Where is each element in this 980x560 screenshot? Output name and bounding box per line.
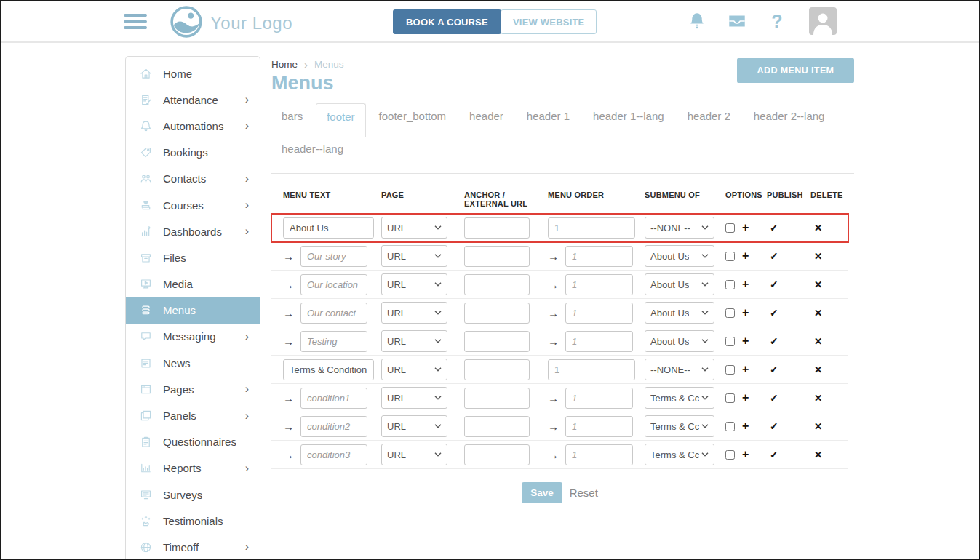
menu-order-input[interactable] bbox=[565, 246, 633, 267]
publish-check-icon[interactable]: ✓ bbox=[767, 222, 778, 233]
anchor-url-input[interactable] bbox=[464, 303, 530, 324]
publish-check-icon[interactable]: ✓ bbox=[767, 449, 778, 460]
anchor-url-input[interactable] bbox=[464, 274, 530, 295]
sidebar-item-news[interactable]: News bbox=[126, 350, 260, 376]
menu-order-input[interactable] bbox=[548, 217, 635, 239]
page-select[interactable]: URL bbox=[381, 444, 447, 465]
delete-x-icon[interactable]: ✕ bbox=[810, 250, 822, 262]
options-checkbox[interactable] bbox=[725, 280, 735, 289]
add-submenu-plus-icon[interactable]: + bbox=[742, 335, 749, 348]
sidebar-item-dashboards[interactable]: Dashboards › bbox=[126, 218, 260, 244]
delete-x-icon[interactable]: ✕ bbox=[810, 279, 822, 290]
publish-check-icon[interactable]: ✓ bbox=[767, 420, 778, 432]
submenu-of-select[interactable]: --NONE-- bbox=[645, 217, 714, 239]
menu-text-input[interactable] bbox=[300, 303, 367, 324]
submenu-of-select[interactable]: About Us bbox=[645, 273, 714, 295]
tab-header[interactable]: header bbox=[459, 103, 514, 129]
menu-order-input[interactable] bbox=[548, 359, 635, 380]
page-select[interactable]: URL bbox=[381, 245, 447, 267]
options-checkbox[interactable] bbox=[725, 223, 735, 233]
sidebar-item-media[interactable]: Media bbox=[126, 271, 260, 297]
sidebar-item-reports[interactable]: Reports › bbox=[126, 455, 260, 481]
anchor-url-input[interactable] bbox=[464, 217, 530, 239]
page-select[interactable]: URL bbox=[381, 387, 447, 409]
user-avatar[interactable] bbox=[797, 1, 848, 41]
delete-x-icon[interactable]: ✕ bbox=[810, 364, 822, 375]
anchor-url-input[interactable] bbox=[464, 444, 530, 465]
publish-check-icon[interactable]: ✓ bbox=[767, 335, 778, 347]
delete-x-icon[interactable]: ✕ bbox=[810, 335, 822, 347]
anchor-url-input[interactable] bbox=[464, 416, 530, 437]
menu-order-input[interactable] bbox=[565, 274, 633, 295]
add-submenu-plus-icon[interactable]: + bbox=[742, 278, 749, 291]
submenu-of-select[interactable]: About Us bbox=[645, 330, 714, 352]
options-checkbox[interactable] bbox=[725, 450, 735, 460]
submenu-of-select[interactable]: Terms & Cc bbox=[645, 444, 714, 465]
sidebar-item-files[interactable]: Files bbox=[126, 244, 260, 271]
hamburger-menu-icon[interactable] bbox=[124, 14, 147, 33]
menu-text-input[interactable] bbox=[300, 388, 367, 409]
options-checkbox[interactable] bbox=[725, 365, 735, 375]
submenu-of-select[interactable]: About Us bbox=[645, 245, 714, 267]
sidebar-item-contacts[interactable]: Contacts › bbox=[126, 166, 260, 192]
menu-text-input[interactable] bbox=[283, 217, 374, 239]
save-button[interactable]: Save bbox=[522, 482, 562, 503]
options-checkbox[interactable] bbox=[725, 337, 735, 346]
menu-order-input[interactable] bbox=[565, 331, 633, 352]
add-submenu-plus-icon[interactable]: + bbox=[742, 391, 749, 404]
book-a-course-button[interactable]: BOOK A COURSE bbox=[393, 9, 501, 34]
inbox-icon[interactable] bbox=[717, 1, 757, 41]
tab-header-1-lang[interactable]: header 1--lang bbox=[583, 103, 674, 129]
add-submenu-plus-icon[interactable]: + bbox=[742, 420, 749, 433]
menu-order-input[interactable] bbox=[565, 444, 633, 465]
delete-x-icon[interactable]: ✕ bbox=[810, 420, 822, 432]
tab-bars[interactable]: bars bbox=[271, 103, 313, 129]
menu-order-input[interactable] bbox=[565, 388, 633, 409]
page-select[interactable]: URL bbox=[381, 359, 447, 380]
options-checkbox[interactable] bbox=[725, 422, 735, 431]
sidebar-item-surveys[interactable]: Surveys bbox=[126, 481, 260, 508]
submenu-of-select[interactable]: Terms & Cc bbox=[645, 387, 714, 409]
sidebar-item-home[interactable]: Home bbox=[126, 60, 260, 87]
sidebar-item-timeoff[interactable]: Timeoff › bbox=[126, 534, 260, 560]
help-icon[interactable]: ? bbox=[757, 1, 797, 41]
page-select[interactable]: URL bbox=[381, 330, 447, 352]
menu-order-input[interactable] bbox=[565, 416, 633, 437]
delete-x-icon[interactable]: ✕ bbox=[810, 392, 822, 404]
delete-x-icon[interactable]: ✕ bbox=[810, 449, 822, 460]
sidebar-item-courses[interactable]: Courses › bbox=[126, 192, 260, 218]
delete-x-icon[interactable]: ✕ bbox=[810, 307, 822, 319]
anchor-url-input[interactable] bbox=[464, 246, 530, 267]
publish-check-icon[interactable]: ✓ bbox=[767, 364, 778, 375]
menu-text-input[interactable] bbox=[283, 359, 374, 380]
add-submenu-plus-icon[interactable]: + bbox=[742, 363, 749, 376]
notifications-bell-icon[interactable] bbox=[677, 1, 717, 41]
add-submenu-plus-icon[interactable]: + bbox=[742, 249, 749, 263]
options-checkbox[interactable] bbox=[725, 308, 735, 318]
add-submenu-plus-icon[interactable]: + bbox=[742, 306, 749, 319]
sidebar-item-pages[interactable]: Pages › bbox=[126, 376, 260, 402]
page-select[interactable]: URL bbox=[381, 415, 447, 437]
publish-check-icon[interactable]: ✓ bbox=[767, 307, 778, 319]
tab-header-lang[interactable]: header--lang bbox=[271, 136, 354, 161]
add-submenu-plus-icon[interactable]: + bbox=[742, 448, 749, 461]
menu-text-input[interactable] bbox=[300, 331, 367, 352]
sidebar-item-testimonials[interactable]: Testimonials bbox=[126, 508, 260, 534]
tab-header-2-lang[interactable]: header 2--lang bbox=[744, 103, 835, 129]
page-select[interactable]: URL bbox=[381, 273, 447, 295]
publish-check-icon[interactable]: ✓ bbox=[767, 250, 778, 262]
menu-text-input[interactable] bbox=[300, 416, 367, 437]
add-submenu-plus-icon[interactable]: + bbox=[742, 221, 749, 234]
options-checkbox[interactable] bbox=[725, 393, 735, 403]
submenu-of-select[interactable]: About Us bbox=[645, 302, 714, 324]
sidebar-item-messaging[interactable]: Messaging › bbox=[126, 324, 260, 350]
sidebar-item-questionnaires[interactable]: Questionnaires bbox=[126, 429, 260, 455]
submenu-of-select[interactable]: --NONE-- bbox=[645, 359, 714, 380]
sidebar-item-bookings[interactable]: Bookings bbox=[126, 140, 260, 166]
menu-text-input[interactable] bbox=[300, 246, 367, 267]
sidebar-item-menus[interactable]: Menus bbox=[126, 297, 260, 324]
submenu-of-select[interactable]: Terms & Cc bbox=[645, 415, 714, 437]
tab-header-2[interactable]: header 2 bbox=[677, 103, 741, 129]
publish-check-icon[interactable]: ✓ bbox=[767, 392, 778, 404]
anchor-url-input[interactable] bbox=[464, 331, 530, 352]
